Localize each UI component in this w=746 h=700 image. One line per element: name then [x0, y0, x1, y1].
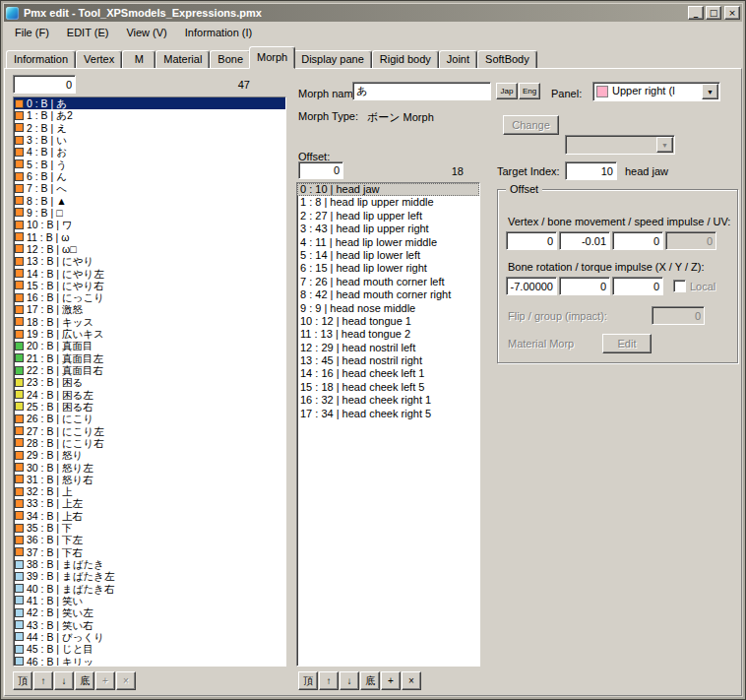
offset-list-item[interactable]: 1 : 8 | head lip upper middle: [297, 196, 479, 209]
chevron-down-icon[interactable]: ▼: [702, 84, 718, 99]
morph-list-item[interactable]: 34 : B | 上右: [14, 510, 285, 522]
morph-list-item[interactable]: 32 : B | 上: [14, 485, 285, 497]
movement-y-input[interactable]: [559, 231, 610, 250]
offset-list-item[interactable]: 5 : 14 | head lip lower left: [297, 249, 479, 262]
offset-list-item[interactable]: 0 : 10 | head jaw: [297, 183, 479, 196]
local-checkbox[interactable]: [673, 280, 686, 292]
rotation-y-input[interactable]: [559, 277, 610, 295]
morph-list-item[interactable]: 6 : B | ん: [14, 170, 285, 182]
offset-list-item[interactable]: 12 : 29 | head nostril left: [297, 342, 479, 354]
morph-list-item[interactable]: 3 : B | い: [14, 134, 285, 146]
offset-list-item[interactable]: 16 : 32 | head cheek right 1: [297, 394, 479, 407]
morph-index-input[interactable]: [13, 75, 76, 94]
morph-list-item[interactable]: 40 : B | まばたき右: [14, 583, 285, 595]
morph-list-item[interactable]: 38 : B | まばたき: [14, 558, 285, 570]
tab-softbody[interactable]: SoftBody: [477, 50, 537, 69]
morph-list-item[interactable]: 45 : B | じと目: [14, 643, 285, 655]
list-toolbar-button[interactable]: ↑: [319, 671, 339, 690]
tab-m[interactable]: M: [122, 50, 155, 69]
morph-list-item[interactable]: 26 : B | にこり: [14, 413, 285, 424]
morph-list-item[interactable]: 35 : B | 下: [14, 522, 285, 534]
tab-display-pane[interactable]: Display pane: [293, 50, 372, 69]
morph-list-item[interactable]: 11 : B | ω: [14, 230, 285, 242]
close-icon[interactable]: ×: [724, 6, 740, 20]
tab-joint[interactable]: Joint: [439, 50, 477, 69]
morph-list-item[interactable]: 9 : B | □: [14, 207, 285, 219]
list-toolbar-button[interactable]: ↑: [33, 671, 53, 690]
morph-list-item[interactable]: 0 : B | あ: [14, 97, 285, 109]
morph-list-item[interactable]: 24 : B | 困る左: [14, 389, 285, 401]
movement-x-input[interactable]: [506, 231, 557, 250]
morph-list-item[interactable]: 43 : B | 笑い右: [14, 618, 285, 630]
morph-list-item[interactable]: 5 : B | う: [14, 159, 285, 170]
target-index-input[interactable]: [565, 161, 617, 180]
offset-list-item[interactable]: 10 : 12 | head tongue 1: [297, 315, 479, 328]
morph-list-item[interactable]: 46 : B | キリッ: [14, 655, 285, 667]
tab-vertex[interactable]: Vertex: [76, 50, 122, 69]
offset-list-item[interactable]: 9 : 9 | head nose middle: [297, 302, 479, 315]
list-toolbar-button[interactable]: ↓: [54, 671, 74, 690]
tab-morph[interactable]: Morph: [249, 46, 295, 69]
morph-list-item[interactable]: 42 : B | 笑い左: [14, 606, 285, 618]
minimize-button[interactable]: _: [688, 6, 704, 20]
movement-z-input[interactable]: [612, 231, 663, 250]
list-toolbar-button[interactable]: +: [381, 671, 401, 690]
morph-list-item[interactable]: 7 : B | へ: [14, 182, 285, 194]
tab-bone[interactable]: Bone: [210, 50, 251, 69]
tab-material[interactable]: Material: [155, 50, 210, 69]
tab-information[interactable]: Information: [6, 50, 76, 69]
offset-list-item[interactable]: 13 : 45 | head nostril right: [297, 354, 479, 367]
offset-list-item[interactable]: 14 : 16 | head cheek left 1: [297, 367, 479, 380]
morph-list-item[interactable]: 21 : B | 真面目左: [14, 352, 285, 364]
morph-name-input[interactable]: [352, 82, 491, 100]
morph-list-item[interactable]: 15 : B | にやり右: [14, 280, 285, 291]
morph-list-item[interactable]: 44 : B | びっくり: [14, 631, 285, 643]
morph-list-item[interactable]: 1 : B | あ2: [14, 109, 285, 121]
morph-list-item[interactable]: 39 : B | まばたき左: [14, 570, 285, 582]
offset-list-item[interactable]: 4 : 11 | head lip lower middle: [297, 236, 479, 249]
menu-item-file[interactable]: File (F): [6, 24, 58, 41]
morph-list-item[interactable]: 13 : B | にやり: [14, 255, 285, 267]
morph-list-item[interactable]: 41 : B | 笑い: [14, 595, 285, 606]
offset-list-item[interactable]: 11 : 13 | head tongue 2: [297, 328, 479, 341]
morph-list-item[interactable]: 30 : B | 怒り左: [14, 461, 285, 473]
list-toolbar-button[interactable]: ×: [402, 671, 421, 690]
jap-name-button[interactable]: Jap: [496, 83, 518, 99]
morph-list-item[interactable]: 33 : B | 上左: [14, 497, 285, 509]
morph-list-item[interactable]: 28 : B | にこり右: [14, 437, 285, 449]
morph-list-item[interactable]: 17 : B | 激怒: [14, 303, 285, 315]
morph-list-item[interactable]: 31 : B | 怒り右: [14, 474, 285, 485]
list-toolbar-button[interactable]: 底: [360, 671, 380, 690]
offset-list-item[interactable]: 8 : 42 | head mouth corner right: [297, 288, 479, 301]
eng-name-button[interactable]: Eng: [519, 83, 540, 99]
menu-item-information[interactable]: Information (I): [176, 24, 261, 41]
morph-list-item[interactable]: 23 : B | 困る: [14, 376, 285, 388]
list-toolbar-button[interactable]: 頂: [298, 671, 318, 690]
morph-list-item[interactable]: 19 : B | 広いキス: [14, 328, 285, 340]
offset-list-item[interactable]: 15 : 18 | head cheek left 5: [297, 381, 479, 394]
offset-list-item[interactable]: 2 : 27 | head lip upper left: [297, 210, 479, 223]
morph-list-item[interactable]: 12 : B | ω□: [14, 243, 285, 255]
morph-list-item[interactable]: 27 : B | にこり左: [14, 424, 285, 436]
morph-list-item[interactable]: 4 : B | お: [14, 146, 285, 158]
menu-item-view[interactable]: View (V): [117, 24, 175, 41]
rotation-z-input[interactable]: [612, 277, 663, 295]
morph-list-item[interactable]: 29 : B | 怒り: [14, 449, 285, 461]
morph-list-item[interactable]: 2 : B | え: [14, 122, 285, 134]
morph-list-item[interactable]: 18 : B | キッス: [14, 316, 285, 328]
morph-list-item[interactable]: 10 : B | ワ: [14, 219, 285, 230]
morph-list-item[interactable]: 22 : B | 真面目右: [14, 364, 285, 376]
offset-list-item[interactable]: 7 : 26 | head mouth corner left: [297, 276, 479, 288]
morph-list-item[interactable]: 36 : B | 下左: [14, 534, 285, 545]
rotation-x-input[interactable]: [506, 277, 557, 295]
morph-list-item[interactable]: 25 : B | 困る右: [14, 401, 285, 413]
menu-item-edit[interactable]: EDIT (E): [58, 24, 118, 41]
offset-index-input[interactable]: [298, 161, 343, 179]
morph-list-item[interactable]: 8 : B | ▲: [14, 195, 285, 207]
morph-list-item[interactable]: 16 : B | にっこり: [14, 291, 285, 303]
list-toolbar-button[interactable]: 頂: [13, 671, 32, 690]
tab-rigid-body[interactable]: Rigid body: [372, 50, 439, 69]
offset-list-item[interactable]: 6 : 15 | head lip lower right: [297, 262, 479, 275]
maximize-button[interactable]: □: [706, 6, 721, 20]
morph-list-item[interactable]: 14 : B | にやり左: [14, 267, 285, 279]
